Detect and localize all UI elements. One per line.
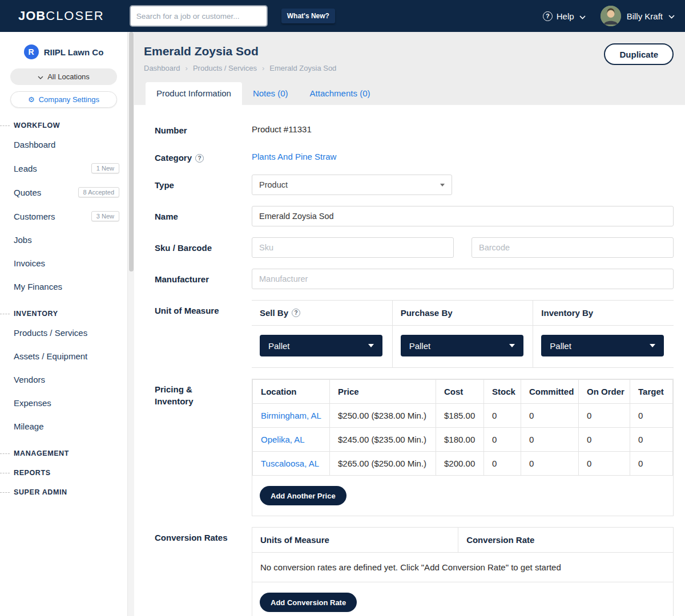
inventory-by-select-value: Pallet xyxy=(550,341,571,351)
all-locations-dropdown[interactable]: All Locations xyxy=(10,68,117,85)
conversion-rates-label: Conversion Rates xyxy=(155,527,252,616)
name-label: Name xyxy=(155,206,252,226)
company-settings-button[interactable]: ⚙ Company Settings xyxy=(10,91,117,108)
whats-new-button[interactable]: What's New? xyxy=(281,9,335,23)
section-header-workflow: WORKFLOW xyxy=(0,121,127,129)
sidebar-item-assets-equipment[interactable]: Assets / Equipment xyxy=(0,345,127,368)
breadcrumb-products-services[interactable]: Products / Services xyxy=(193,64,257,72)
app-logo[interactable]: JOBCLOSER xyxy=(18,9,104,23)
sell-by-select-value: Pallet xyxy=(268,341,290,351)
conversion-rates-row: Conversion Rates Units of Measure Conver… xyxy=(155,527,674,616)
chevron-down-icon xyxy=(440,184,445,187)
pricing-table: Location Price Cost Stock Committed On O… xyxy=(252,379,673,476)
col-units-of-measure: Units of Measure xyxy=(252,528,458,552)
unit-of-measure-table: Sell By? Pallet xyxy=(252,300,674,368)
tab-product-information[interactable]: Product Information xyxy=(146,82,242,105)
col-stock: Stock xyxy=(484,380,521,404)
add-another-price-button[interactable]: Add Another Price xyxy=(260,486,346,505)
sell-by-column: Sell By? Pallet xyxy=(252,301,393,367)
purchase-by-header-text: Purchase By xyxy=(401,308,453,318)
nav-item-label: Dashboard xyxy=(14,140,55,149)
company-settings-label: Company Settings xyxy=(39,95,99,104)
category-label-text: Category xyxy=(155,153,192,163)
nav-item-label: Expenses xyxy=(14,398,51,408)
pricing-inventory-row: Pricing & Inventory Location xyxy=(155,379,674,516)
topbar: JOBCLOSER What's New? ? Help xyxy=(0,0,685,32)
breadcrumb-dashboard[interactable]: Dashboard xyxy=(144,64,180,72)
unit-of-measure-row: Unit of Measure Sell By? Pallet xyxy=(155,300,674,368)
nav-item-label: Invoices xyxy=(14,258,45,268)
company-row: R RIIPL Lawn Co xyxy=(0,32,127,59)
section-header-super-admin[interactable]: SUPER ADMIN xyxy=(0,488,127,496)
sidebar-item-products-services[interactable]: Products / Services xyxy=(0,321,127,345)
barcode-input[interactable] xyxy=(472,237,674,258)
tab-notes[interactable]: Notes (0) xyxy=(242,82,299,105)
help-menu[interactable]: ? Help xyxy=(543,11,586,21)
table-row: Tuscaloosa, AL $265.00 ($250.00 Min.) $2… xyxy=(253,452,673,476)
price-cell: $250.00 ($238.00 Min.) xyxy=(330,404,436,428)
manufacturer-input[interactable] xyxy=(252,269,674,289)
col-location: Location xyxy=(253,380,330,404)
location-link[interactable]: Tuscaloosa, AL xyxy=(261,459,319,468)
col-conversion-rate: Conversion Rate xyxy=(458,528,673,552)
sidebar-item-jobs[interactable]: Jobs xyxy=(0,228,127,252)
sidebar-item-quotes[interactable]: Quotes 8 Accepted xyxy=(0,180,127,204)
committed-cell: 0 xyxy=(521,404,579,428)
nav-item-label: Mileage xyxy=(14,422,44,431)
duplicate-button[interactable]: Duplicate xyxy=(604,43,674,65)
chevron-down-icon xyxy=(368,344,374,347)
avatar[interactable] xyxy=(601,6,621,26)
name-input[interactable] xyxy=(252,206,674,226)
search-input[interactable] xyxy=(136,12,261,21)
inventory-by-select[interactable]: Pallet xyxy=(541,335,664,356)
col-committed: Committed xyxy=(521,380,579,404)
manufacturer-row: Manufacturer xyxy=(155,269,674,289)
product-number-value: Product #11331 xyxy=(252,120,674,134)
add-conversion-rate-button[interactable]: Add Conversion Rate xyxy=(260,593,357,612)
number-row: Number Product #11331 xyxy=(155,120,674,136)
sidebar-scrollbar[interactable] xyxy=(127,32,134,616)
sidebar-item-expenses[interactable]: Expenses xyxy=(0,391,127,415)
sidebar-item-mileage[interactable]: Mileage xyxy=(0,415,127,438)
company-logo: R xyxy=(24,44,39,59)
user-name[interactable]: Billy Kraft xyxy=(627,11,663,21)
conversion-empty-state: No conversion rates are defined yet. Cli… xyxy=(252,553,673,582)
on-order-cell: 0 xyxy=(579,404,630,428)
sidebar-item-my-finances[interactable]: My Finances xyxy=(0,275,127,298)
type-select[interactable]: Product xyxy=(252,175,452,195)
nav-item-label: My Finances xyxy=(14,282,62,291)
nav-item-label: Vendors xyxy=(14,375,45,384)
topbar-right: ? Help Billy Kraft xyxy=(543,6,675,26)
committed-cell: 0 xyxy=(521,428,579,452)
sidebar-item-vendors[interactable]: Vendors xyxy=(0,368,127,391)
sku-input[interactable] xyxy=(252,237,454,258)
breadcrumb: Dashboard › Products / Services › Emeral… xyxy=(144,64,674,72)
section-header-reports[interactable]: REPORTS xyxy=(0,469,127,477)
global-search xyxy=(131,6,267,26)
purchase-by-select[interactable]: Pallet xyxy=(401,335,523,356)
stock-cell: 0 xyxy=(484,428,521,452)
col-on-order: On Order xyxy=(579,380,630,404)
tabs: Product Information Notes (0) Attachment… xyxy=(144,82,674,105)
help-icon[interactable]: ? xyxy=(195,154,204,163)
category-link[interactable]: Plants And Pine Straw xyxy=(252,147,336,161)
help-icon[interactable]: ? xyxy=(292,309,300,317)
sidebar-item-leads[interactable]: Leads 1 New xyxy=(0,156,127,180)
sidebar-item-invoices[interactable]: Invoices xyxy=(0,252,127,275)
inventory-by-header: Inventory By xyxy=(533,301,674,326)
product-information-panel: Number Product #11331 Category? Plants A… xyxy=(134,105,685,616)
chevron-down-icon xyxy=(579,11,586,21)
location-link[interactable]: Birmingham, AL xyxy=(261,411,321,420)
section-header-management[interactable]: MANAGEMENT xyxy=(0,449,127,457)
nav-item-label: Customers xyxy=(14,212,55,221)
target-cell: 0 xyxy=(630,428,673,452)
sidebar-item-dashboard[interactable]: Dashboard xyxy=(0,133,127,156)
location-link[interactable]: Opelika, AL xyxy=(261,435,305,444)
col-target: Target xyxy=(630,380,673,404)
chevron-down-icon[interactable] xyxy=(668,11,675,21)
sidebar-scrollbar-thumb[interactable] xyxy=(129,32,134,271)
sell-by-select[interactable]: Pallet xyxy=(260,335,382,356)
help-label: Help xyxy=(557,11,574,21)
tab-attachments[interactable]: Attachments (0) xyxy=(299,82,381,105)
sidebar-item-customers[interactable]: Customers 3 New xyxy=(0,204,127,228)
